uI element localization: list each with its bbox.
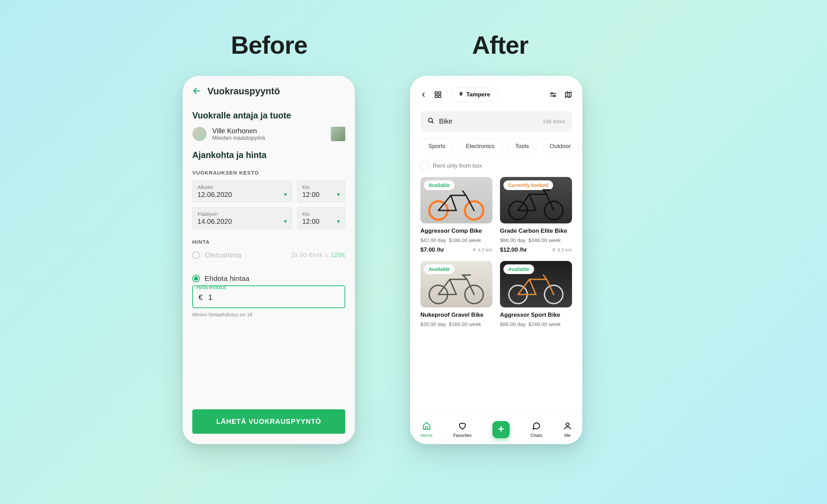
- tab-home[interactable]: Home: [420, 421, 432, 438]
- rent-box-toggle[interactable]: Rent only from box: [410, 154, 582, 175]
- back-chevron-icon[interactable]: [420, 92, 427, 98]
- from-time-caption: Klo: [302, 184, 340, 190]
- svg-line-13: [432, 122, 433, 123]
- listing-image: Available: [500, 261, 572, 307]
- radio-icon: [192, 251, 200, 259]
- from-time-value: 12:00: [302, 191, 340, 199]
- radio-suggest-price[interactable]: Ehdota hintaa: [192, 274, 345, 283]
- owner-item: Miesten maastopyörä: [212, 135, 265, 141]
- location-chip[interactable]: Tampere: [451, 87, 498, 102]
- listing-name: Aggressor Sport Bike: [500, 312, 572, 318]
- back-arrow-icon[interactable]: [192, 86, 201, 97]
- result-count: 158 items: [543, 118, 565, 124]
- chevron-down-icon: ▼: [283, 219, 288, 224]
- category-chip[interactable]: Sports: [420, 138, 453, 154]
- grid-view-icon[interactable]: [434, 91, 442, 98]
- chevron-down-icon: ▼: [336, 219, 341, 224]
- svg-rect-3: [435, 95, 437, 97]
- search-icon: [427, 117, 434, 125]
- chevron-down-icon: ▼: [283, 192, 288, 197]
- listing-card[interactable]: Available Nukeproof Gravel Bike $35.00 d…: [420, 261, 492, 327]
- pin-icon: [459, 91, 463, 98]
- item-thumbnail[interactable]: [331, 127, 345, 141]
- submit-button[interactable]: LÄHETÄ VUOKRAUSPYYNTÖ: [192, 409, 345, 434]
- listing-name: Aggressor Comp Bike: [420, 228, 492, 234]
- category-chips: Sports Electronics Tools Outdoor: [410, 132, 582, 154]
- category-chip[interactable]: Electronics: [458, 138, 502, 154]
- listing-image: Available: [420, 177, 492, 223]
- map-icon[interactable]: [564, 91, 572, 98]
- listing-prices: $42.00 day $186.00 week: [420, 237, 492, 243]
- tab-label: Chats: [530, 433, 542, 438]
- listing-rate: $7.00 /hr: [420, 246, 444, 253]
- add-button[interactable]: [492, 421, 510, 438]
- svg-point-8: [553, 95, 555, 97]
- to-time-value: 12:00: [302, 218, 340, 225]
- price-label: HINTA: [192, 239, 345, 245]
- to-time-caption: Klo: [302, 211, 340, 217]
- svg-point-24: [566, 423, 569, 426]
- listing-distance: 8.0 km: [552, 247, 572, 253]
- appbar: Vuokrauspyyntö: [183, 76, 355, 104]
- to-date-caption: Päättyen: [197, 211, 287, 217]
- owner-row[interactable]: Ville Korhonen Miesten maastopyörä: [192, 127, 345, 141]
- listing-name: Nukeproof Gravel Bike: [420, 312, 492, 318]
- price-input-float-label: Hinta ehdotus: [195, 285, 227, 290]
- tab-bar: Home Favorites Chats Me: [410, 414, 582, 444]
- user-icon: [563, 421, 572, 431]
- plus-icon: [497, 425, 505, 434]
- chat-icon: [532, 421, 541, 431]
- section-owner-title: Vuokralle antaja ja tuote: [192, 111, 345, 120]
- from-date-value: 12.06.2020: [197, 191, 287, 199]
- price-input-value: 1: [208, 293, 212, 302]
- search-query: Bike: [439, 117, 538, 125]
- listing-distance: 4.0 km: [472, 247, 492, 253]
- listing-name: Grade Carbon Elite Bike: [500, 228, 572, 234]
- filter-sliders-icon[interactable]: [549, 91, 557, 98]
- radio-default-label: Oletushinta: [205, 251, 241, 259]
- radio-default-price[interactable]: Oletushinta 2x 60 €/vrk =120€: [192, 251, 345, 259]
- location-text: Tampere: [466, 91, 490, 98]
- tab-label: Favorites: [453, 433, 471, 438]
- category-chip[interactable]: Tools: [507, 138, 537, 154]
- owner-name: Ville Korhonen: [212, 127, 265, 135]
- search-bar[interactable]: Bike 158 items: [420, 111, 572, 132]
- svg-rect-1: [435, 92, 437, 94]
- listing-image: Currently booked: [500, 177, 572, 223]
- from-time-field[interactable]: Klo 12:00 ▼: [297, 180, 345, 202]
- heading-before: Before: [231, 31, 307, 59]
- chevron-down-icon: ▼: [336, 192, 341, 197]
- tab-label: Me: [564, 433, 571, 438]
- to-date-value: 14.06.2020: [197, 218, 287, 225]
- tab-label: Home: [420, 433, 432, 438]
- svg-rect-2: [439, 92, 441, 94]
- to-date-field[interactable]: Päättyen 14.06.2020 ▼: [192, 207, 292, 229]
- results-grid: Available Aggressor Comp Bike $42.00 day…: [410, 175, 582, 327]
- duration-label: VUOKRAUKSEN KESTO: [192, 170, 345, 176]
- from-date-caption: Alkaen: [197, 184, 287, 190]
- home-icon: [422, 421, 431, 431]
- listing-card[interactable]: Available Aggressor Comp Bike $42.00 day…: [420, 177, 492, 253]
- price-hint: Minimi hintaehdotus on 1€: [192, 312, 345, 317]
- radio-suggest-label: Ehdota hintaa: [205, 274, 249, 283]
- listing-prices: $35.00 day $160.00 week: [420, 321, 492, 327]
- listing-rate: $12.00 /hr: [500, 246, 527, 253]
- top-bar: Tampere: [410, 76, 582, 108]
- phone-after: Tampere Bike 158 items Sports Electronic…: [410, 76, 582, 444]
- listing-card[interactable]: Currently booked Grade Carbon Elite Bike…: [500, 177, 572, 253]
- svg-point-6: [551, 93, 553, 94]
- tab-me[interactable]: Me: [563, 421, 572, 438]
- heart-icon: [458, 421, 467, 431]
- tab-chats[interactable]: Chats: [530, 421, 542, 438]
- currency-symbol: €: [198, 293, 203, 302]
- listing-image: Available: [420, 261, 492, 307]
- listing-card[interactable]: Available Aggressor Sport Bike $86.00 da…: [500, 261, 572, 327]
- listing-prices: $86.00 day $248.00 week: [500, 321, 572, 327]
- from-date-field[interactable]: Alkaen 12.06.2020 ▼: [192, 180, 292, 202]
- category-chip[interactable]: Outdoor: [542, 138, 579, 154]
- rent-box-label: Rent only from box: [433, 162, 482, 169]
- tab-favorites[interactable]: Favorites: [453, 421, 471, 438]
- to-time-field[interactable]: Klo 12:00 ▼: [297, 207, 345, 229]
- owner-avatar: [192, 127, 207, 141]
- heading-after: After: [472, 31, 528, 59]
